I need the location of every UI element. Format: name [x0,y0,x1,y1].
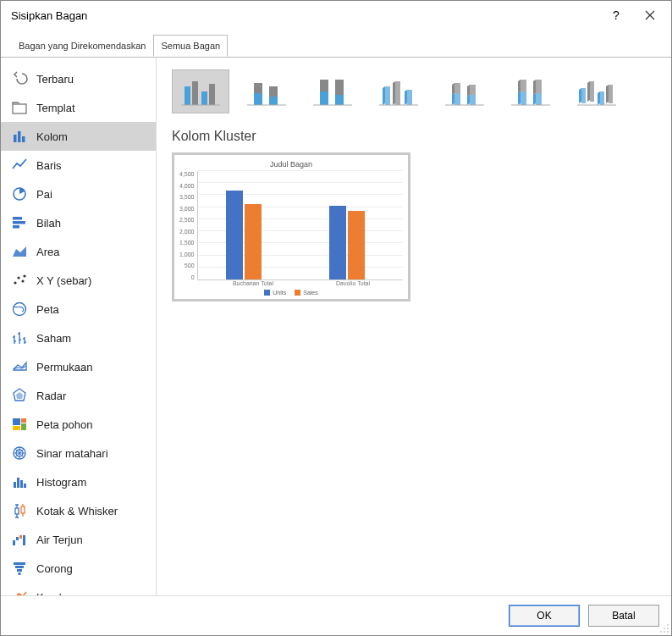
svg-rect-31 [23,535,25,545]
sidebar-item-label: Peta [36,303,59,316]
chart-subtype-stacked-column[interactable] [238,69,295,113]
svg-point-58 [667,624,669,626]
help-button[interactable]: ? [602,3,631,28]
bar [245,204,262,279]
stock-icon [11,329,28,346]
close-button[interactable] [636,3,664,28]
sidebar-item-label: Terbaru [36,73,74,86]
svg-rect-49 [320,91,328,105]
undo-icon [11,70,28,87]
svg-point-60 [667,628,669,629]
svg-rect-23 [17,478,19,488]
sidebar-item-label: Air Terjun [36,534,83,546]
boxw-icon [11,502,28,519]
tab-1[interactable]: Semua Bagan [153,35,228,57]
sidebar-item-bar[interactable]: Bilah [1,208,156,237]
svg-rect-5 [13,217,22,220]
svg-rect-0 [13,104,26,113]
svg-rect-46 [269,97,278,105]
ok-button[interactable]: OK [509,605,580,627]
sidebar-item-radar[interactable]: Radar [1,381,156,410]
chart-subtype-100-stacked-column[interactable] [304,69,361,113]
svg-rect-51 [335,95,344,105]
y-tick: 3,500 [179,194,195,200]
sidebar-item-label: Permukaan [36,361,92,373]
sidebar-item-scatter[interactable]: X Y (sebar) [1,266,156,295]
sidebar-item-pie[interactable]: Pai [1,180,156,208]
y-tick: 1,500 [179,240,195,246]
sidebar-item-folder[interactable]: Templat [1,93,156,122]
sidebar-item-surface[interactable]: Permukaan [1,352,156,381]
chart-subtype-3d-100-stacked-column[interactable] [502,69,559,113]
chart-subtype-clustered-column[interactable] [172,69,229,113]
sidebar-item-undo[interactable]: Terbaru [1,64,156,93]
pie-icon [11,185,28,202]
svg-rect-44 [254,93,262,105]
sidebar-item-histo[interactable]: Histogram [1,467,156,496]
chart-subtype-3d-column[interactable] [568,69,625,113]
svg-rect-30 [19,535,22,539]
sidebar-item-label: Kolom [36,130,68,143]
sidebar-item-label: Area [36,246,59,258]
chart-subtype-3d-clustered-column[interactable] [370,69,427,113]
legend-item: Units [264,290,286,296]
area-icon [11,243,28,260]
cancel-button[interactable]: Batal [588,605,659,627]
svg-marker-8 [13,246,26,257]
x-label: Buchanan Total [203,280,303,286]
tab-0[interactable]: Bagan yang Direkomendaskan [11,35,153,57]
bar [348,211,365,279]
svg-rect-40 [192,81,198,105]
sidebar-item-stock[interactable]: Saham [1,324,156,352]
sidebar-item-area[interactable]: Area [1,237,156,266]
sidebar-item-label: Peta pohon [36,418,93,431]
sidebar-item-label: Sinar matahari [36,447,108,460]
svg-rect-50 [320,80,328,91]
svg-point-9 [14,281,16,284]
svg-rect-35 [19,572,21,575]
sidebar-item-label: Templat [36,102,75,114]
svg-point-61 [660,631,662,633]
svg-rect-41 [201,91,207,105]
bar-icon [11,214,28,231]
svg-rect-28 [13,540,15,545]
close-icon [645,10,655,20]
bar [226,191,243,279]
sidebar-item-label: Kotak & Whisker [36,505,118,517]
sidebar-item-waterfall[interactable]: Air Terjun [1,525,156,554]
svg-rect-19 [13,426,20,430]
svg-rect-18 [21,423,26,430]
sidebar-item-label: Pai [36,188,52,201]
sidebar-item-boxw[interactable]: Kotak & Whisker [1,496,156,525]
sidebar-item-label: Radar [36,390,66,402]
chart-title: Judul Bagan [179,160,403,169]
radar-icon [11,387,28,404]
svg-rect-6 [13,221,25,224]
chart-subtype-3d-stacked-column[interactable] [436,69,493,113]
y-tick: 500 [185,263,195,268]
x-label: Davolio Total [303,280,403,286]
chart-preview[interactable]: Judul Bagan 4,5004,0003,5003,0002,5002,0… [172,152,410,301]
svg-point-59 [664,628,665,629]
y-tick: 4,000 [179,183,195,189]
svg-rect-7 [13,225,19,229]
combo-icon [11,589,28,595]
svg-rect-26 [15,508,19,514]
sidebar-item-label: Saham [36,332,71,345]
svg-rect-39 [185,86,190,105]
legend-item: Sales [295,290,318,296]
svg-point-63 [667,631,669,633]
svg-rect-3 [22,136,25,142]
sidebar-item-line[interactable]: Baris [1,151,156,180]
sidebar-item-funnel[interactable]: Corong [1,554,156,583]
svg-rect-27 [21,506,25,513]
sidebar-item-column[interactable]: Kolom [1,122,156,151]
sidebar-item-map[interactable]: Peta [1,295,156,324]
resize-grip-icon[interactable] [659,623,669,633]
sidebar-item-combo[interactable]: Kombo [1,583,156,595]
line-icon [11,157,28,174]
svg-marker-15 [16,392,23,399]
svg-rect-33 [15,566,24,568]
sidebar-item-sunburst[interactable]: Sinar matahari [1,439,156,467]
sidebar-item-treemap[interactable]: Peta pohon [1,410,156,439]
